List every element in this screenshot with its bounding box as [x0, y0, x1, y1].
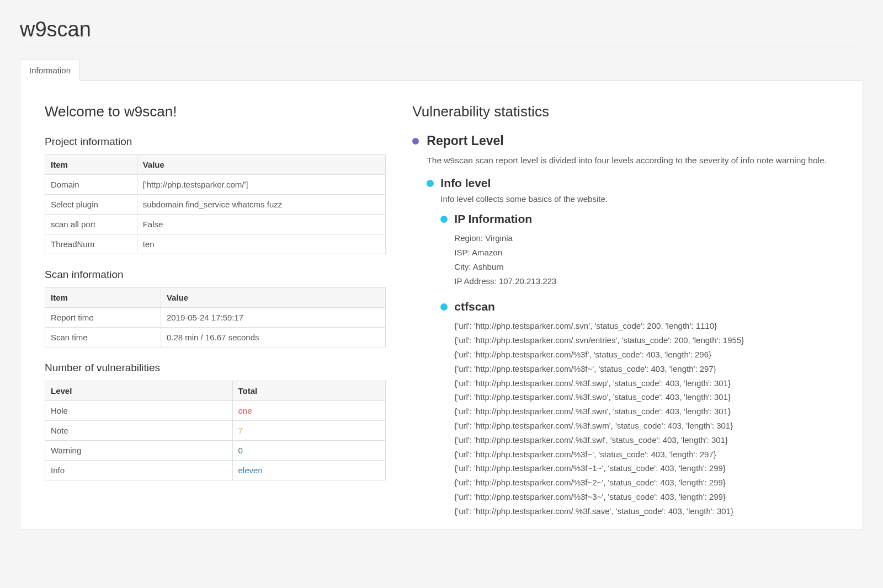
- scan-info-heading: Scan information: [45, 269, 386, 281]
- bullet-icon: [440, 303, 448, 311]
- cell-level: Note: [45, 421, 233, 441]
- table-row: Report time2019-05-24 17:59:17: [45, 308, 386, 328]
- bullet-icon: [440, 216, 448, 223]
- info-level-heading: Info level: [427, 177, 838, 190]
- cell-item: Select plugin: [45, 195, 137, 215]
- bullet-icon: [412, 138, 419, 145]
- ip-info-line: Region: Virginia: [454, 231, 838, 245]
- scan-info-table: Item Value Report time2019-05-24 17:59:1…: [45, 287, 386, 348]
- report-level-label: Report Level: [427, 133, 503, 148]
- col-total: Total: [232, 381, 386, 401]
- bullet-icon: [427, 180, 434, 187]
- ctfscan-line: {'url': 'http://php.testsparker.com/.%3f…: [454, 404, 838, 419]
- project-info-heading: Project information: [45, 136, 386, 148]
- ctfscan-body: {'url': 'http://php.testsparker.com/.svn…: [454, 319, 838, 518]
- ctfscan-label: ctfscan: [454, 300, 495, 313]
- tab-information[interactable]: Information: [20, 60, 80, 81]
- table-row: Infoeleven: [45, 461, 386, 480]
- ip-info-line: IP Address: 107.20.213.223: [454, 274, 838, 288]
- cell-item: Scan time: [45, 328, 161, 348]
- cell-level: Warning: [45, 441, 233, 461]
- col-item: Item: [45, 288, 161, 308]
- welcome-heading: Welcome to w9scan!: [45, 103, 386, 120]
- ctfscan-line: {'url': 'http://php.testsparker.com/.%3f…: [454, 376, 838, 391]
- col-value: Value: [137, 155, 386, 175]
- ctfscan-line: {'url': 'http://php.testsparker.com/%3f~…: [454, 490, 838, 504]
- table-row: Holeone: [45, 401, 386, 421]
- page-title: w9scan: [20, 18, 863, 47]
- cell-item: Report time: [45, 308, 161, 328]
- vuln-count-heading: Number of vulnerabilities: [45, 362, 386, 374]
- cell-total: one: [232, 401, 386, 421]
- col-value: Value: [161, 288, 385, 308]
- ctfscan-line: {'url': 'http://php.testsparker.com/%3f~…: [454, 461, 838, 475]
- ctfscan-line: {'url': 'http://php.testsparker.com/.%3f…: [454, 504, 838, 518]
- cell-level: Hole: [45, 401, 233, 421]
- info-level-desc: Info level collects some basics of the w…: [440, 194, 838, 204]
- ctfscan-heading: ctfscan: [440, 300, 838, 313]
- cell-item: scan all port: [45, 215, 137, 234]
- info-level-label: Info level: [440, 177, 491, 190]
- ctfscan-line: {'url': 'http://php.testsparker.com/%3f~…: [454, 362, 838, 376]
- cell-total: 7: [232, 421, 386, 441]
- ctfscan-line: {'url': 'http://php.testsparker.com/.%3f…: [454, 433, 838, 447]
- report-level-desc: The w9scan scan report level is divided …: [427, 154, 838, 167]
- cell-item: ThreadNum: [45, 234, 137, 254]
- ctfscan-line: {'url': 'http://php.testsparker.com/.svn…: [454, 319, 838, 333]
- cell-total: 0: [232, 441, 386, 461]
- vuln-count-table: Level Total HoleoneNote7Warning0Infoelev…: [45, 381, 386, 480]
- col-level: Level: [45, 381, 233, 401]
- cell-value: 2019-05-24 17:59:17: [161, 308, 385, 328]
- ctfscan-line: {'url': 'http://php.testsparker.com/.%3f…: [454, 419, 838, 433]
- ctfscan-line: {'url': 'http://php.testsparker.com/%3f~…: [454, 447, 838, 462]
- cell-value: False: [137, 215, 386, 234]
- table-row: ThreadNumten: [45, 234, 386, 254]
- table-row: scan all portFalse: [45, 215, 386, 234]
- ctfscan-line: {'url': 'http://php.testsparker.com/.%3f…: [454, 390, 838, 404]
- ctfscan-line: {'url': 'http://php.testsparker.com/%3f~…: [454, 475, 838, 490]
- cell-value: 0.28 min / 16.67 seconds: [161, 328, 385, 348]
- table-row: Scan time0.28 min / 16.67 seconds: [45, 328, 386, 348]
- ctfscan-line: {'url': 'http://php.testsparker.com/%3f'…: [454, 348, 838, 362]
- cell-level: Info: [45, 461, 233, 480]
- cell-value: subdomain find_service whatcms fuzz: [137, 195, 386, 215]
- ip-info-body: Region: VirginiaISP: AmazonCity: Ashburn…: [454, 231, 838, 288]
- table-row: Select pluginsubdomain find_service what…: [45, 195, 386, 215]
- report-level-heading: Report Level: [412, 133, 838, 148]
- ctfscan-line: {'url': 'http://php.testsparker.com/.svn…: [454, 333, 838, 348]
- table-row: Domain['http://php.testsparker.com/']: [45, 175, 386, 195]
- cell-value: ten: [137, 234, 386, 254]
- cell-total: eleven: [232, 461, 386, 480]
- cell-value: ['http://php.testsparker.com/']: [137, 175, 386, 195]
- ip-info-label: IP Information: [454, 212, 532, 226]
- ip-info-heading: IP Information: [440, 212, 838, 226]
- tab-bar: Information: [20, 60, 863, 81]
- ip-info-line: ISP: Amazon: [454, 245, 838, 260]
- table-row: Warning0: [45, 441, 386, 461]
- table-row: Note7: [45, 421, 386, 441]
- vuln-stats-heading: Vulnerability statistics: [412, 103, 838, 120]
- cell-item: Domain: [45, 175, 137, 195]
- col-item: Item: [45, 155, 137, 175]
- project-info-table: Item Value Domain['http://php.testsparke…: [45, 154, 386, 254]
- ip-info-line: City: Ashburn: [454, 260, 838, 274]
- panel-information: Welcome to w9scan! Project information I…: [20, 81, 863, 530]
